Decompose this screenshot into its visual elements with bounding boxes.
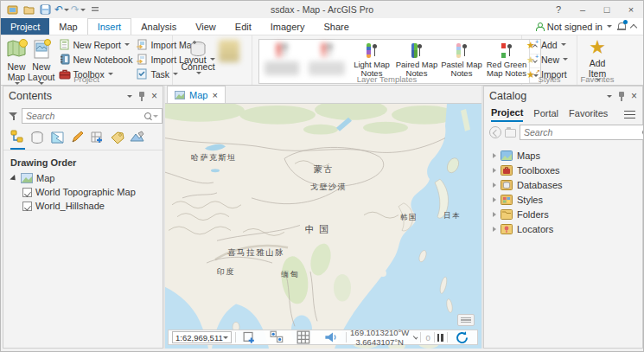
- ribbon-group-connections: Connect: [173, 35, 252, 85]
- tab-view[interactable]: View: [186, 18, 226, 35]
- tab-edit[interactable]: Edit: [226, 18, 261, 35]
- map-notes-pin-icon: [274, 42, 290, 60]
- snapping-toggle-icon[interactable]: [265, 330, 289, 344]
- layer-checkbox-checked[interactable]: [22, 188, 32, 197]
- list-by-data-source-icon[interactable]: [30, 131, 45, 149]
- sign-in-dropdown-icon: [607, 25, 612, 28]
- grid-icon[interactable]: [292, 330, 316, 344]
- filter-icon[interactable]: [9, 112, 18, 121]
- open-project-icon[interactable]: [22, 3, 35, 16]
- close-button[interactable]: ×: [619, 2, 643, 18]
- catalog-menu-icon[interactable]: [607, 95, 612, 98]
- folders-icon: [501, 209, 513, 220]
- catalog-tab-favorites[interactable]: Favorites: [569, 108, 608, 121]
- ribbon-group-layer-templates: Light Map Notes Paired Map Notes Pastel …: [252, 35, 522, 85]
- redo-icon[interactable]: ↷: [72, 3, 85, 16]
- catalog-item-folders[interactable]: Folders: [484, 207, 642, 221]
- sign-in-menu[interactable]: Not signed in: [536, 22, 612, 32]
- coordinates-display[interactable]: 169.1013210°W 3.6643107°N: [349, 328, 417, 347]
- notification-count[interactable]: 0: [424, 333, 430, 342]
- map-label-korea: 韩国: [400, 213, 418, 221]
- contents-search-box: [22, 108, 163, 124]
- close-view-icon[interactable]: ×: [212, 90, 217, 100]
- expander-icon[interactable]: [493, 168, 496, 173]
- catalog-close-icon[interactable]: ×: [631, 91, 637, 101]
- map-label-kazakhstan: 哈萨克斯坦: [191, 153, 236, 162]
- view-tab-map[interactable]: Map ×: [167, 86, 226, 103]
- tab-imagery[interactable]: Imagery: [261, 18, 315, 35]
- contents-menu-icon[interactable]: [127, 95, 132, 98]
- tree-item-map[interactable]: Map: [3, 171, 163, 185]
- catalog-item-toolboxes[interactable]: Toolboxes: [484, 163, 642, 177]
- contents-search-input[interactable]: [26, 111, 144, 121]
- search-options-icon[interactable]: [153, 115, 158, 118]
- pause-drawing-icon[interactable]: [437, 334, 443, 342]
- auto-hide-pin-icon[interactable]: [618, 92, 625, 101]
- maximize-button[interactable]: □: [595, 2, 619, 18]
- tree-item-world-topographic-map[interactable]: World Topographic Map: [3, 185, 163, 199]
- expander-icon[interactable]: [493, 197, 496, 202]
- tree-item-world-hillshade[interactable]: World_Hillshade: [3, 199, 163, 213]
- tab-map[interactable]: Map: [49, 18, 86, 35]
- map-attribution-icon[interactable]: [457, 314, 475, 326]
- quick-access-toolbar: ↶ ↷: [1, 3, 101, 16]
- styles-new-button[interactable]: ★+ New: [526, 53, 568, 66]
- help-button[interactable]: ?: [546, 2, 571, 18]
- toolboxes-icon: [501, 165, 513, 176]
- map-tab-icon: [175, 91, 185, 99]
- expander-icon[interactable]: [10, 174, 17, 182]
- up-level-icon[interactable]: [505, 127, 516, 138]
- add-item-star-icon: ★: [589, 39, 606, 56]
- undo-icon[interactable]: ↶: [55, 3, 68, 16]
- new-notebook-button[interactable]: New Notebook: [59, 53, 133, 66]
- tab-analysis[interactable]: Analysis: [131, 18, 186, 35]
- tab-project[interactable]: Project: [1, 18, 49, 35]
- map-tips-icon[interactable]: [319, 330, 342, 344]
- back-icon[interactable]: [489, 126, 501, 138]
- expander-icon[interactable]: [493, 153, 496, 158]
- minimize-button[interactable]: –: [571, 2, 595, 18]
- contents-close-icon[interactable]: ×: [151, 91, 157, 101]
- add-style-icon: ★+: [526, 39, 539, 50]
- notifications-icon[interactable]: [617, 22, 626, 31]
- styles-add-button[interactable]: ★+ Add: [526, 38, 568, 51]
- auto-hide-pin-icon[interactable]: [138, 92, 145, 101]
- list-by-selection-icon[interactable]: [50, 131, 65, 149]
- connections-button[interactable]: Connect: [177, 38, 219, 74]
- catalog-tab-project[interactable]: Project: [491, 107, 523, 122]
- refresh-icon[interactable]: [450, 330, 474, 344]
- map-label-himalayas: 喜马拉雅山脉: [227, 247, 284, 257]
- tab-share[interactable]: Share: [315, 18, 359, 35]
- collapse-ribbon-icon[interactable]: [630, 24, 637, 31]
- list-by-drawing-order-icon[interactable]: [10, 130, 25, 150]
- save-project-icon[interactable]: [39, 3, 52, 16]
- catalog-item-locators[interactable]: Locators: [484, 221, 642, 236]
- map-canvas[interactable]: 哈萨克斯坦 蒙古 戈壁沙漠 中国 喜马拉雅山脉 印度 缅甸 韩国 日本 1:62…: [165, 104, 481, 349]
- customize-toolbar-icon[interactable]: [88, 3, 101, 16]
- map-label-india: 印度: [217, 267, 235, 276]
- catalog-search-input[interactable]: [524, 127, 642, 138]
- list-by-labeling-icon[interactable]: [110, 131, 124, 149]
- expander-icon[interactable]: [493, 182, 496, 188]
- layer-checkbox-checked[interactable]: [22, 202, 32, 211]
- new-project-icon[interactable]: [6, 3, 19, 16]
- catalog-item-databases[interactable]: Databases: [484, 177, 642, 192]
- catalog-panel: Catalog × Project Portal Favorites Maps: [483, 86, 643, 349]
- catalog-item-maps[interactable]: Maps: [484, 148, 642, 163]
- list-by-snapping-icon[interactable]: [90, 131, 105, 149]
- scale-dropdown[interactable]: 1:62,969,511: [172, 331, 232, 343]
- catalog-tab-portal[interactable]: Portal: [533, 108, 558, 121]
- ribbon-group-project: New Map New Layout New Report New Notebo…: [1, 35, 173, 85]
- new-style-icon: ★+: [526, 54, 539, 65]
- list-by-perspective-icon[interactable]: [130, 131, 144, 149]
- map-notes-pin-icon: [319, 42, 335, 60]
- spatial-reference-icon[interactable]: [239, 330, 262, 344]
- catalog-item-styles[interactable]: Styles: [484, 192, 642, 207]
- list-by-editing-icon[interactable]: [70, 131, 85, 149]
- map-view-pane: Map ×: [165, 86, 481, 349]
- expander-icon[interactable]: [493, 212, 496, 217]
- catalog-options-icon[interactable]: [624, 108, 635, 120]
- new-report-button[interactable]: New Report: [59, 38, 133, 51]
- tab-insert[interactable]: Insert: [87, 18, 132, 35]
- expander-icon[interactable]: [493, 227, 496, 232]
